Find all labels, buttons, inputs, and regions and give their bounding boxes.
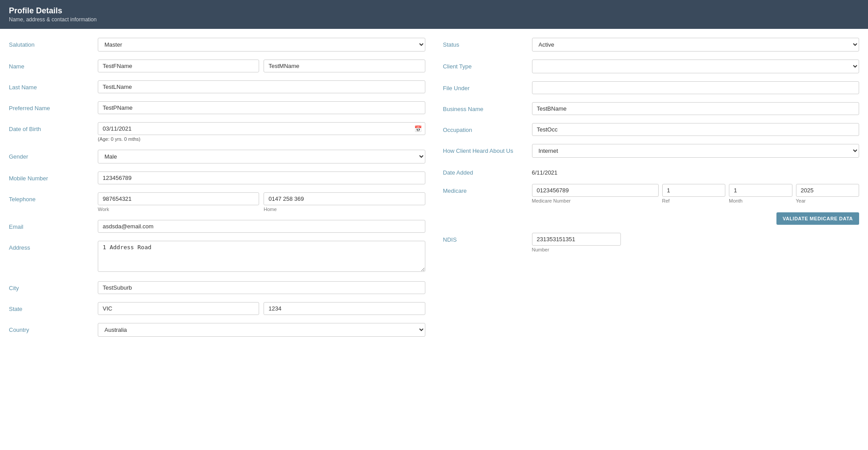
occupation-input[interactable] [532,123,860,136]
how-heard-row: How Client Heard About Us Internet Refer… [443,144,860,158]
salutation-wrap: Master Mr Mrs Ms Dr Prof [98,38,425,52]
telephone-home-input[interactable] [264,192,425,205]
status-wrap: Active Inactive Pending [532,38,860,52]
preferred-name-input[interactable] [98,101,425,114]
home-label: Home [264,207,425,212]
dob-wrap: 📅 (Age: 0 yrs. 0 mths) [98,122,425,142]
medicare-month-input[interactable] [729,184,792,197]
medicare-month-label: Month [729,198,792,203]
dob-input[interactable] [98,122,425,135]
business-name-row: Business Name [443,102,860,115]
work-label: Work [98,207,259,212]
ndis-wrap: Number [532,233,860,252]
medicare-year-label: Year [796,198,860,203]
header: Profile Details Name, address & contact … [0,0,868,29]
state-label: State [9,302,98,312]
medicare-number-label: Medicare Number [532,198,659,203]
business-name-input[interactable] [532,102,860,115]
telephone-work-wrap: Work [98,192,259,212]
date-added-label: Date Added [443,166,532,176]
mobile-row: Mobile Number [9,171,425,184]
left-column: Salutation Master Mr Mrs Ms Dr Prof Name [9,38,425,443]
date-added-wrap: 6/11/2021 [532,166,860,176]
gender-select[interactable]: Male Female Other Prefer not to say [98,150,425,163]
ndis-number-input[interactable] [532,233,621,246]
date-added-row: Date Added 6/11/2021 [443,166,860,176]
email-row: Email [9,220,425,233]
middle-name-input[interactable] [264,60,425,72]
file-under-input[interactable] [532,81,860,94]
salutation-select[interactable]: Master Mr Mrs Ms Dr Prof [98,38,425,52]
gender-label: Gender [9,150,98,160]
name-label: Name [9,60,98,70]
validate-medicare-button[interactable]: VALIDATE MEDICARE DATA [776,212,859,225]
file-under-row: File Under [443,81,860,94]
last-name-input[interactable] [98,80,425,93]
file-under-wrap [532,81,860,94]
gender-wrap: Male Female Other Prefer not to say [98,150,425,163]
date-wrap: 📅 [98,122,425,135]
mobile-wrap [98,171,425,184]
state-input[interactable] [98,302,259,315]
country-row: Country Australia New Zealand United Kin… [9,323,425,337]
client-type-select[interactable]: Individual Company Trust [532,60,860,73]
validate-row: VALIDATE MEDICARE DATA [532,203,860,225]
medicare-ref-input[interactable] [662,184,726,197]
state-wrap [98,302,425,315]
salutation-label: Salutation [9,38,98,48]
status-select[interactable]: Active Inactive Pending [532,38,860,52]
medicare-year-wrap: Year [796,184,860,203]
last-name-label: Last Name [9,80,98,91]
occupation-wrap [532,123,860,136]
ndis-label: NDIS [443,233,532,243]
email-wrap [98,220,425,233]
last-name-wrap [98,80,425,93]
first-name-input[interactable] [98,60,259,72]
city-label: City [9,281,98,291]
state-row: State [9,302,425,315]
city-row: City [9,281,425,294]
occupation-label: Occupation [443,123,532,133]
telephone-row: Telephone Work Home [9,192,425,212]
date-added-value: 6/11/2021 [532,166,860,176]
country-wrap: Australia New Zealand United Kingdom Uni… [98,323,425,337]
dob-row: Date of Birth 📅 (Age: 0 yrs. 0 mths) [9,122,425,142]
city-input[interactable] [98,281,425,294]
telephone-home-wrap: Home [264,192,425,212]
business-name-wrap [532,102,860,115]
postcode-input[interactable] [264,302,425,315]
address-row: Address [9,241,425,273]
country-label: Country [9,323,98,333]
medicare-label: Medicare [443,184,532,194]
client-type-row: Client Type Individual Company Trust [443,60,860,73]
salutation-row: Salutation Master Mr Mrs Ms Dr Prof [9,38,425,52]
calendar-icon[interactable]: 📅 [414,125,422,132]
medicare-wrap: Medicare Number Ref Month Year [532,184,860,225]
last-name-row: Last Name [9,80,425,93]
address-textarea[interactable] [98,241,425,272]
medicare-ref-label: Ref [662,198,726,203]
city-wrap [98,281,425,294]
mobile-label: Mobile Number [9,171,98,182]
business-name-label: Business Name [443,102,532,112]
mobile-input[interactable] [98,171,425,184]
telephone-label: Telephone [9,192,98,203]
ndis-number-label: Number [532,247,860,252]
how-heard-select[interactable]: Internet Referral Advertisement Walk-in [532,144,860,158]
country-select[interactable]: Australia New Zealand United Kingdom Uni… [98,323,425,337]
address-wrap [98,241,425,273]
occupation-row: Occupation [443,123,860,136]
ndis-row: NDIS Number [443,233,860,252]
preferred-name-wrap [98,101,425,114]
header-title: Profile Details [9,6,859,16]
status-row: Status Active Inactive Pending [443,38,860,52]
medicare-year-input[interactable] [796,184,860,197]
address-label: Address [9,241,98,251]
telephone-work-input[interactable] [98,192,259,205]
medicare-row: Medicare Medicare Number Ref Month [443,184,860,225]
medicare-number-input[interactable] [532,184,659,197]
preferred-name-row: Preferred Name [9,101,425,114]
status-label: Status [443,38,532,48]
email-input[interactable] [98,220,425,233]
medicare-month-wrap: Month [729,184,792,203]
